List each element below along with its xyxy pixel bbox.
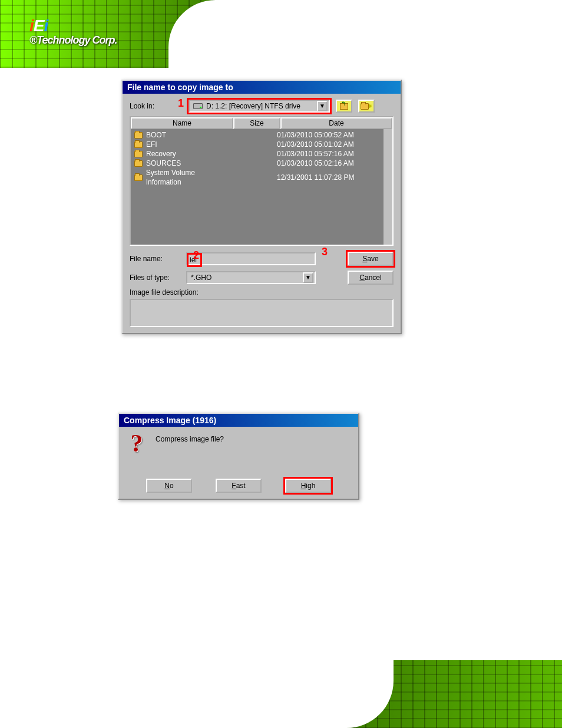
- look-in-dropdown[interactable]: D: 1.2: [Recovery] NTFS drive ▼: [189, 100, 330, 113]
- file-list[interactable]: Name Size Date BOOT 01/03/2010 05:00:52 …: [130, 116, 394, 246]
- list-item[interactable]: EFI 01/03/2010 05:01:02 AM: [131, 140, 392, 149]
- high-button[interactable]: High: [285, 479, 331, 493]
- new-folder-button[interactable]: ✱: [358, 100, 375, 113]
- files-of-type-dropdown[interactable]: *.GHO ▼: [186, 271, 316, 284]
- list-item[interactable]: Recovery 01/03/2010 05:57:16 AM: [131, 149, 392, 159]
- save-button[interactable]: Save: [348, 252, 394, 266]
- compress-prompt: Compress image file?: [156, 433, 224, 443]
- dialog-title: Compress Image (1916): [119, 414, 358, 427]
- header-banner: iEi ®Technology Corp.: [0, 0, 562, 68]
- folder-icon: [134, 160, 143, 167]
- list-item[interactable]: BOOT 01/03/2010 05:00:52 AM: [131, 130, 392, 140]
- brand-logo: iEi ®Technology Corp.: [29, 17, 117, 47]
- list-item[interactable]: SOURCES 01/03/2010 05:02:16 AM: [131, 159, 392, 168]
- scrollbar[interactable]: [383, 129, 392, 245]
- compress-image-dialog: Compress Image (1916) ? Compress image f…: [118, 413, 359, 500]
- col-size-header[interactable]: Size: [233, 117, 280, 129]
- look-in-label: Look in:: [130, 102, 183, 110]
- folder-icon: [134, 151, 143, 157]
- folder-icon: [134, 141, 143, 148]
- col-date-header[interactable]: Date: [280, 117, 392, 129]
- chevron-down-icon[interactable]: ▼: [317, 101, 328, 111]
- cancel-button[interactable]: Cancel: [348, 271, 394, 285]
- col-name-header[interactable]: Name: [131, 117, 233, 129]
- list-item[interactable]: System Volume Information 12/31/2001 11:…: [131, 168, 392, 187]
- footer-swoosh: [0, 660, 394, 728]
- image-description-input[interactable]: [130, 299, 394, 327]
- look-in-value: D: 1.2: [Recovery] NTFS drive: [206, 102, 300, 110]
- footer-banner: [0, 660, 562, 728]
- folder-up-icon: [340, 103, 348, 110]
- dialog-title: File name to copy image to: [123, 81, 401, 94]
- question-icon: ?: [126, 433, 147, 454]
- folder-new-icon: ✱: [361, 103, 372, 110]
- folder-icon: [134, 174, 143, 181]
- file-name-label: File name:: [130, 255, 183, 263]
- up-folder-button[interactable]: [336, 100, 352, 113]
- file-name-input[interactable]: iei: [186, 252, 316, 265]
- file-list-header: Name Size Date: [131, 117, 392, 129]
- no-button[interactable]: No: [146, 479, 192, 493]
- header-swoosh: [168, 0, 562, 68]
- folder-icon: [134, 132, 143, 139]
- image-desc-label: Image file description:: [130, 288, 394, 297]
- chevron-down-icon[interactable]: ▼: [303, 272, 313, 283]
- drive-icon: [193, 103, 203, 109]
- callout-3: 3: [322, 246, 328, 258]
- files-of-type-label: Files of type:: [130, 274, 183, 282]
- file-save-dialog: File name to copy image to Look in: 1 D:…: [121, 80, 402, 334]
- fast-button[interactable]: Fast: [216, 479, 262, 493]
